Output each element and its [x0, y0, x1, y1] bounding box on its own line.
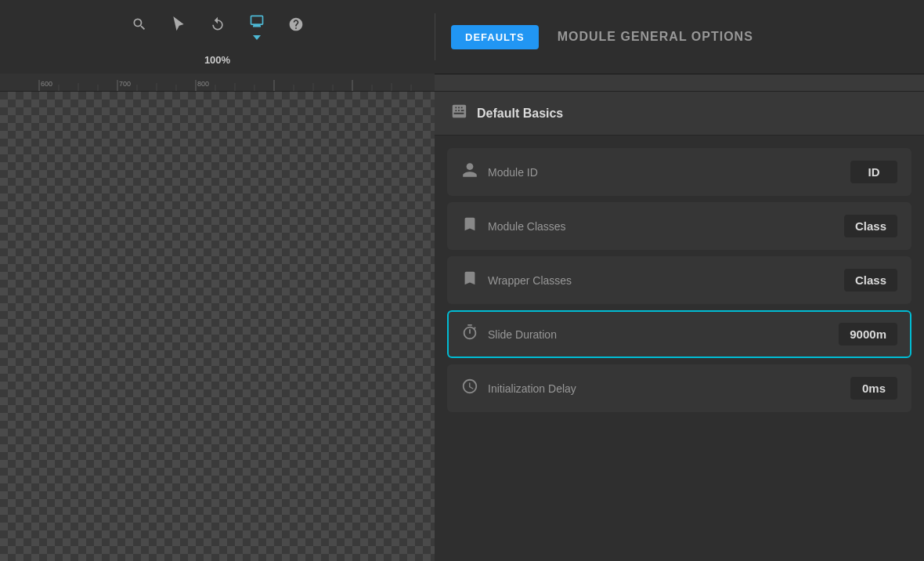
bookmark-icon-2	[461, 270, 485, 291]
toolbar-icons	[127, 9, 309, 40]
wrapper-classes-value[interactable]: Class	[844, 269, 897, 291]
section-title: Default Basics	[477, 107, 563, 121]
slide-duration-label: Slide Duration	[485, 328, 839, 341]
wrapper-classes-row[interactable]: Wrapper Classes Class	[447, 256, 911, 304]
help-icon[interactable]	[283, 12, 309, 37]
module-id-value[interactable]: ID	[850, 161, 897, 183]
module-classes-row[interactable]: Module Classes Class	[447, 202, 911, 250]
svg-text:700: 700	[119, 80, 131, 88]
ruler-svg: 600 700 800	[0, 74, 435, 91]
module-id-row[interactable]: Module ID ID	[447, 148, 911, 196]
person-icon	[461, 161, 485, 183]
ruler-right-spacer	[435, 74, 924, 91]
section-icon	[450, 103, 467, 124]
module-id-label: Module ID	[485, 166, 850, 179]
module-classes-label: Module Classes	[485, 220, 844, 233]
right-panel: Default Basics Module ID ID	[435, 92, 924, 561]
search-icon[interactable]	[127, 12, 152, 37]
monitor-icon[interactable]	[244, 9, 269, 34]
section-header: Default Basics	[435, 92, 924, 136]
initialization-delay-label: Initialization Delay	[485, 382, 850, 395]
zoom-label: 100%	[204, 54, 230, 66]
settings-list: Module ID ID Module Classes Class	[435, 136, 924, 425]
toolbar: 100% DEFAULTS MODULE GENERAL OPTIONS	[0, 0, 924, 74]
defaults-button[interactable]: DEFAULTS	[451, 25, 539, 49]
module-general-options-title: MODULE GENERAL OPTIONS	[558, 30, 753, 44]
toolbar-left: 100%	[0, 9, 435, 66]
svg-rect-0	[0, 74, 435, 91]
module-classes-value[interactable]: Class	[844, 215, 897, 237]
main-content: Default Basics Module ID ID	[0, 92, 924, 561]
undo-icon[interactable]	[205, 12, 230, 37]
slide-duration-row[interactable]: Slide Duration 9000m	[447, 310, 911, 358]
svg-text:600: 600	[41, 80, 52, 88]
monitor-active-indicator	[253, 35, 261, 40]
clock-icon	[461, 378, 485, 399]
wrapper-classes-label: Wrapper Classes	[485, 274, 844, 287]
toolbar-right: DEFAULTS MODULE GENERAL OPTIONS	[435, 25, 924, 49]
timer-icon	[461, 324, 485, 345]
initialization-delay-value[interactable]: 0ms	[850, 377, 897, 400]
ruler: 600 700 800	[0, 74, 924, 92]
initialization-delay-row[interactable]: Initialization Delay 0ms	[447, 364, 911, 412]
svg-text:800: 800	[197, 80, 209, 88]
bookmark-icon-1	[461, 215, 485, 237]
ruler-canvas-area: 600 700 800	[0, 74, 435, 91]
cursor-icon[interactable]	[166, 12, 191, 37]
canvas-preview	[0, 92, 435, 561]
slide-duration-value[interactable]: 9000m	[839, 323, 897, 346]
